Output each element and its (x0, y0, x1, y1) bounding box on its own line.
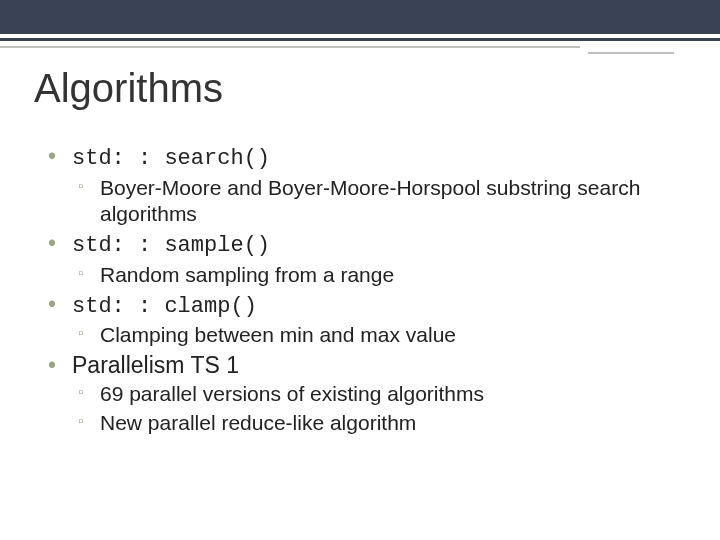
top-band (0, 0, 720, 34)
bullet-2: Boyer-Moore and Boyer-Moore-Horspool sub… (48, 175, 680, 228)
divider-gray-long (0, 46, 580, 48)
bullet-2: 69 parallel versions of existing algorit… (48, 381, 680, 407)
bullet-1: std: : clamp() (48, 290, 680, 321)
bullet-label: std: : clamp() (72, 294, 257, 319)
bullet-2: Clamping between min and max value (48, 322, 680, 348)
bullet-2: Random sampling from a range (48, 262, 680, 288)
slide: Algorithms std: : search() Boyer-Moore a… (0, 0, 720, 540)
divider-gray-short (588, 52, 674, 54)
bullet-label: std: : sample() (72, 233, 270, 258)
bullet-2: New parallel reduce-like algorithm (48, 410, 680, 436)
bullet-1: std: : sample() (48, 229, 680, 260)
slide-title: Algorithms (34, 66, 223, 111)
slide-body: std: : search() Boyer-Moore and Boyer-Mo… (48, 140, 680, 438)
bullet-label: Parallelism TS 1 (72, 352, 239, 378)
divider-dark (0, 38, 720, 41)
bullet-label: std: : search() (72, 146, 270, 171)
bullet-1: std: : search() (48, 142, 680, 173)
bullet-1: Parallelism TS 1 (48, 351, 680, 380)
